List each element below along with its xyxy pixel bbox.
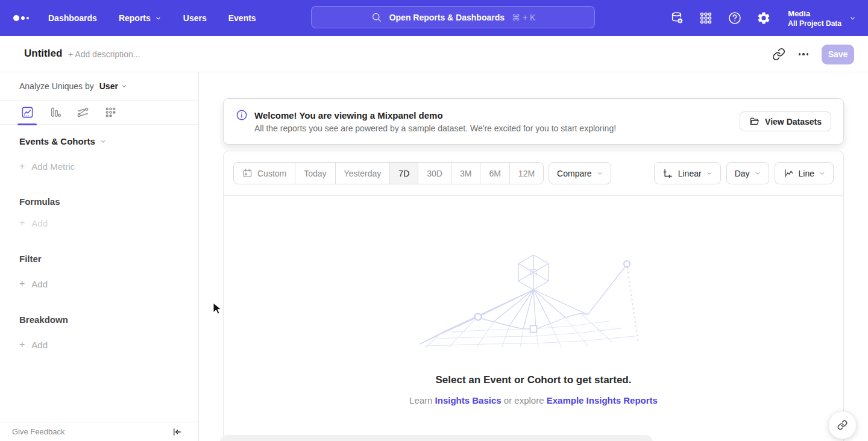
plus-icon: + <box>19 278 25 289</box>
add-filter-label: Add <box>31 279 48 289</box>
add-description-field[interactable]: + Add description... <box>68 49 140 59</box>
dots-grid-icon <box>104 106 117 119</box>
compare-dropdown[interactable]: Compare <box>549 162 611 184</box>
empty-state-illustration <box>418 252 650 348</box>
nav-reports[interactable]: Reports <box>119 13 162 23</box>
sidebar-footer: Give Feedback <box>0 422 198 441</box>
more-options-icon[interactable] <box>799 48 809 61</box>
date-range-label: 6M <box>489 169 500 178</box>
chevron-down-icon <box>849 15 856 22</box>
date-range-yesterday[interactable]: Yesterday <box>336 163 391 184</box>
give-feedback-link[interactable]: Give Feedback <box>12 427 64 436</box>
events-cohorts-heading[interactable]: Events & Cohorts <box>19 136 198 146</box>
empty-state: Select an Event or Cohort to get started… <box>224 252 843 405</box>
report-title[interactable]: Untitled <box>24 48 62 60</box>
analyze-value-dropdown[interactable]: User <box>99 81 127 91</box>
chevron-down-icon <box>155 15 162 22</box>
axis-icon <box>662 168 673 179</box>
search-icon <box>371 11 382 23</box>
project-name: Media <box>788 9 841 18</box>
chevron-down-icon <box>121 83 127 89</box>
share-link-fab[interactable] <box>828 411 857 439</box>
chevron-down-icon <box>597 170 603 177</box>
report-header-actions: Save <box>772 36 855 72</box>
interval-label: Day <box>735 169 750 178</box>
example-reports-link[interactable]: Example Insights Reports <box>547 395 658 405</box>
collapse-sidebar-icon[interactable] <box>172 427 183 437</box>
date-range-6m[interactable]: 6M <box>480 163 509 184</box>
date-range-label: 3M <box>460 169 471 178</box>
mixpanel-insights-screen: Dashboards Reports Users Events Open Rep… <box>0 0 868 441</box>
date-range-7d[interactable]: 7D <box>390 163 418 184</box>
plus-icon: + <box>19 217 25 228</box>
welcome-banner-text: Welcome! You are viewing a Mixpanel demo… <box>254 110 616 133</box>
chevron-down-icon <box>100 139 106 145</box>
nav-events-label: Events <box>228 13 256 23</box>
scale-dropdown[interactable]: Linear <box>654 162 721 184</box>
project-switcher[interactable]: Media All Project Data <box>788 9 856 28</box>
date-range-label: 7D <box>398 169 409 178</box>
date-range-label: Today <box>304 169 326 178</box>
analyze-uniques-row: Analyze Uniques by User <box>0 72 198 101</box>
analyze-value-label: User <box>99 81 118 91</box>
date-range-label: 12M <box>518 169 535 178</box>
plus-icon: + <box>19 161 25 172</box>
view-datasets-button[interactable]: View Datasets <box>740 111 831 131</box>
events-cohorts-label: Events & Cohorts <box>19 136 95 146</box>
add-breakdown-button[interactable]: + Add <box>19 339 198 350</box>
nav-events[interactable]: Events <box>228 13 256 23</box>
interval-dropdown[interactable]: Day <box>726 162 769 184</box>
line-chart-icon <box>783 168 794 179</box>
settings-gear-icon[interactable] <box>756 11 771 25</box>
insights-basics-link[interactable]: Insights Basics <box>435 395 502 405</box>
tab-retention[interactable] <box>101 101 119 124</box>
add-metric-button[interactable]: + Add Metric <box>19 161 198 172</box>
mixpanel-logo-icon[interactable] <box>13 15 29 21</box>
chart-type-label: Line <box>799 169 814 178</box>
copy-link-icon[interactable] <box>772 48 785 61</box>
welcome-title: Welcome! You are viewing a Mixpanel demo <box>254 110 616 120</box>
apps-grid-icon[interactable] <box>699 11 713 25</box>
chain-link-icon <box>837 420 848 430</box>
date-range-12m[interactable]: 12M <box>510 163 543 184</box>
learn-prefix: Learn <box>409 395 432 405</box>
bottom-panel-edge[interactable] <box>220 435 653 441</box>
date-range-custom[interactable]: Custom <box>234 163 295 184</box>
date-range-3m[interactable]: 3M <box>451 163 480 184</box>
add-filter-button[interactable]: + Add <box>19 278 198 289</box>
date-range-label: Custom <box>257 169 286 178</box>
save-button[interactable]: Save <box>822 45 854 64</box>
bar-chart-icon <box>49 106 61 119</box>
global-search-input[interactable]: Open Reports & Dashboards ⌘ + K <box>311 6 595 28</box>
project-labels: Media All Project Data <box>788 9 841 28</box>
nav-reports-label: Reports <box>119 13 151 23</box>
data-management-icon[interactable] <box>670 11 684 25</box>
chart-card: Custom Today Yesterday 7D 30D 3M 6M 12M … <box>223 151 844 441</box>
chevron-down-icon <box>706 170 712 177</box>
plus-icon: + <box>19 339 25 350</box>
welcome-banner: Welcome! You are viewing a Mixpanel demo… <box>223 98 844 145</box>
date-range-segmented-control: Custom Today Yesterday 7D 30D 3M 6M 12M <box>233 162 544 184</box>
filter-section-title: Filter <box>19 254 198 264</box>
tab-flows[interactable] <box>74 101 92 124</box>
query-builder-sidebar: Analyze Uniques by User Events & Cohorts <box>0 72 199 441</box>
primary-nav: Dashboards Reports Users Events <box>48 0 256 36</box>
add-formula-label: Add <box>31 218 48 228</box>
add-breakdown-label: Add <box>31 340 48 350</box>
nav-users-label: Users <box>183 13 207 23</box>
empty-state-links: Learn Insights Basics or explore Example… <box>409 395 658 405</box>
help-icon[interactable] <box>728 11 742 25</box>
search-shortcut: ⌘ + K <box>512 13 535 22</box>
add-formula-button[interactable]: + Add <box>19 217 198 228</box>
date-range-today[interactable]: Today <box>295 163 335 184</box>
formulas-section-title: Formulas <box>19 196 198 207</box>
date-range-30d[interactable]: 30D <box>418 163 451 184</box>
tab-funnels[interactable] <box>46 101 64 124</box>
chart-type-dropdown[interactable]: Line <box>775 162 834 184</box>
tab-insights[interactable] <box>18 101 36 124</box>
add-metric-label: Add Metric <box>31 161 75 172</box>
nav-dashboards[interactable]: Dashboards <box>48 13 97 23</box>
nav-users[interactable]: Users <box>183 13 207 23</box>
info-icon <box>236 109 248 121</box>
topnav-right-cluster: Media All Project Data <box>670 0 856 36</box>
